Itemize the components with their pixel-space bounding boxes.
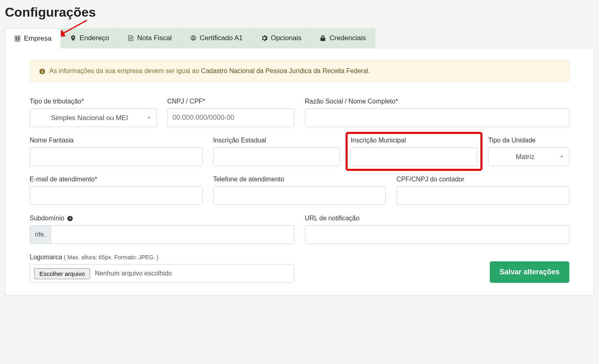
subdominio-input[interactable] xyxy=(51,225,294,244)
page-title: Configurações xyxy=(5,5,594,20)
svg-rect-5 xyxy=(17,40,18,41)
subdominio-label: Subdomínio ? xyxy=(30,215,294,222)
nome-fantasia-label: Nome Fantasia xyxy=(30,137,203,144)
tab-certificado[interactable]: Certificado A1 xyxy=(181,28,252,48)
tipo-tributacao-label: Tipo de tributação* xyxy=(30,98,157,105)
gear-icon xyxy=(261,35,268,41)
tab-empresa-label: Empresa xyxy=(24,34,52,43)
tabs: Empresa Endereço Nota Fiscal Certificado… xyxy=(5,28,594,48)
tab-opcionais[interactable]: Opcionais xyxy=(252,28,311,48)
email-atendimento-input[interactable] xyxy=(30,186,203,205)
url-notificacao-label: URL de notificação xyxy=(305,215,569,222)
file-empty-text: Nenhum arquivo escolhido xyxy=(95,270,172,277)
logomarca-hint: ( Max. altura: 65px. Formato: JPEG. ) xyxy=(64,254,159,261)
info-text-prefix: As informações da sua empresa devem ser … xyxy=(50,67,201,74)
url-notificacao-input[interactable] xyxy=(305,225,569,244)
svg-rect-2 xyxy=(18,37,19,38)
tipo-tributacao-select[interactable]: Simples Nacional ou MEI xyxy=(30,108,157,127)
info-banner: As informações da sua empresa devem ser … xyxy=(30,60,569,82)
map-pin-icon xyxy=(70,35,76,41)
tab-credenciais-label: Credenciais xyxy=(329,34,366,42)
inscricao-estadual-input[interactable] xyxy=(213,147,340,166)
tab-opcionais-label: Opcionais xyxy=(271,34,302,42)
tab-certificado-label: Certificado A1 xyxy=(200,34,243,42)
cpf-cnpj-contador-input[interactable] xyxy=(396,186,569,205)
svg-rect-4 xyxy=(18,39,19,39)
cnpj-cpf-input[interactable] xyxy=(167,108,294,127)
subdominio-prefix: nfe. xyxy=(30,225,51,244)
info-icon xyxy=(39,68,45,75)
tab-endereco[interactable]: Endereço xyxy=(61,28,119,48)
inscricao-estadual-label: Inscrição Estadual xyxy=(213,137,340,144)
inscricao-municipal-input[interactable] xyxy=(350,147,478,166)
razao-social-label: Razão Social / Nome Completo* xyxy=(305,98,569,105)
svg-rect-0 xyxy=(15,36,20,41)
svg-rect-7 xyxy=(192,36,195,37)
tipo-unidade-select[interactable]: Matriz xyxy=(488,147,569,166)
info-text-highlight: Cadastro Nacional da Pessoa Jurídica da … xyxy=(201,67,368,74)
inscricao-municipal-label: Inscrição Municipal xyxy=(350,137,478,144)
printer-icon xyxy=(190,35,197,41)
email-atendimento-label: E-mail de atendimento* xyxy=(30,176,203,183)
svg-rect-1 xyxy=(16,37,17,38)
tab-nota-fiscal-label: Nota Fiscal xyxy=(137,34,172,42)
svg-text:?: ? xyxy=(69,217,71,221)
tab-nota-fiscal[interactable]: Nota Fiscal xyxy=(119,28,181,48)
nome-fantasia-input[interactable] xyxy=(30,147,203,166)
tipo-unidade-label: Tipo da Unidade xyxy=(488,137,569,144)
cpf-cnpj-contador-label: CPF/CNPJ do contador xyxy=(396,176,569,183)
razao-social-input[interactable] xyxy=(305,108,569,127)
svg-rect-3 xyxy=(16,39,17,39)
logomarca-label: Logomarca ( Max. altura: 65px. Formato: … xyxy=(30,254,294,261)
telefone-label: Telefone de atendimento xyxy=(213,176,386,183)
tab-credenciais[interactable]: Credenciais xyxy=(311,28,375,48)
document-icon xyxy=(128,35,134,41)
tab-empresa[interactable]: Empresa xyxy=(5,28,61,48)
tab-endereco-label: Endereço xyxy=(80,34,109,42)
file-input[interactable]: Escolher arquivo Nenhum arquivo escolhid… xyxy=(30,264,294,283)
lock-icon xyxy=(320,35,326,41)
building-icon xyxy=(14,35,21,42)
cnpj-cpf-label: CNPJ / CPF* xyxy=(167,98,294,105)
save-button[interactable]: Salvar alterações xyxy=(490,261,569,283)
tab-content: As informações da sua empresa devem ser … xyxy=(5,48,594,295)
choose-file-button[interactable]: Escolher arquivo xyxy=(34,268,90,279)
svg-rect-6 xyxy=(191,37,196,39)
info-text-suffix: . xyxy=(368,67,370,74)
help-icon[interactable]: ? xyxy=(67,215,73,222)
telefone-input[interactable] xyxy=(213,186,386,205)
